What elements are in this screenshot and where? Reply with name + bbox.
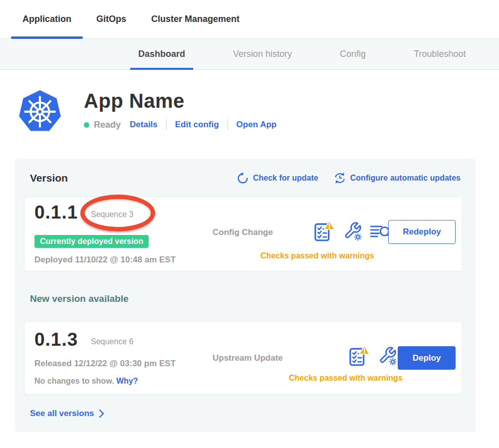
preflight-checks-icon[interactable]: [313, 220, 335, 242]
current-version-card: 0.1.1 Sequence 3 Currently deployed vers…: [24, 197, 463, 271]
version-panel-actions: Check for update Configure automatic upd…: [237, 172, 461, 185]
redeploy-button[interactable]: Redeploy: [388, 220, 456, 244]
divider: [166, 119, 167, 130]
app-sub-nav: Dashboard Version history Config Trouble…: [0, 39, 499, 70]
preflight-checks-icon[interactable]: [348, 345, 370, 367]
view-files-icon[interactable]: [370, 223, 391, 239]
version-source-label: Upstream Update: [213, 353, 283, 363]
no-changes-label: No changes to show.: [34, 377, 114, 385]
edit-config-link[interactable]: Edit config: [175, 120, 219, 130]
tab-version-history[interactable]: Version history: [233, 39, 292, 70]
available-version-number: 0.1.3: [34, 329, 78, 350]
released-timestamp: Released 12/12/22 @ 03:30 pm EST: [34, 359, 176, 369]
version-panel-header: Version Check for update Configure autom…: [24, 172, 467, 185]
checks-status-link[interactable]: Checks passed with warnings: [289, 374, 403, 383]
available-version-card: 0.1.3 Sequence 6 Released 12/12/22 @ 03:…: [24, 321, 463, 395]
deployed-timestamp: Deployed 11/10/22 @ 10:48 am EST: [34, 255, 176, 265]
check-for-update-label: Check for update: [253, 174, 318, 183]
refresh-icon: [237, 172, 249, 185]
version-source-label: Config Change: [213, 227, 273, 237]
chevron-right-icon: [99, 409, 104, 418]
see-all-versions-link[interactable]: See all versions: [30, 409, 467, 419]
page-title: App Name: [84, 90, 276, 112]
configure-auto-updates-label: Configure automatic updates: [350, 174, 461, 183]
current-version-sequence: Sequence 3: [91, 210, 133, 219]
tab-cluster-management[interactable]: Cluster Management: [151, 0, 240, 39]
checks-status-link[interactable]: Checks passed with warnings: [260, 251, 374, 260]
version-panel: Version Check for update Configure autom…: [15, 159, 476, 432]
app-header-text: App Name Ready Details Edit config Open …: [84, 89, 276, 134]
see-all-versions-label: See all versions: [30, 409, 94, 419]
configure-auto-updates-button[interactable]: Configure automatic updates: [333, 172, 461, 185]
status-badge: Ready: [94, 120, 121, 130]
tab-gitops[interactable]: GitOps: [96, 0, 126, 39]
primary-nav: Application GitOps Cluster Management: [0, 0, 499, 39]
edit-config-icon[interactable]: [377, 345, 397, 366]
version-panel-title: Version: [30, 172, 68, 184]
new-version-heading: New version available: [30, 293, 467, 304]
auto-update-icon: [333, 172, 346, 185]
current-version-number: 0.1.1: [34, 202, 78, 223]
status-row: Ready Details Edit config Open App: [84, 119, 276, 130]
version-action-icons: [313, 220, 391, 242]
tab-dashboard[interactable]: Dashboard: [138, 39, 185, 70]
deploy-button[interactable]: Deploy: [398, 346, 456, 370]
why-link[interactable]: Why?: [116, 377, 138, 385]
no-changes-text: No changes to show. Why?: [34, 377, 138, 386]
check-for-update-button[interactable]: Check for update: [237, 172, 318, 185]
status-dot-icon: [84, 122, 89, 128]
app-header: App Name Ready Details Edit config Open …: [0, 70, 499, 134]
version-action-icons: [348, 345, 397, 367]
available-version-sequence: Sequence 6: [91, 337, 133, 346]
open-app-link[interactable]: Open App: [237, 120, 277, 130]
kubernetes-logo-icon: [18, 89, 62, 134]
tab-troubleshoot[interactable]: Troubleshoot: [414, 39, 466, 70]
tab-application[interactable]: Application: [22, 0, 71, 39]
deployed-badge: Currently deployed version: [34, 235, 149, 248]
edit-config-icon[interactable]: [342, 221, 362, 241]
details-link[interactable]: Details: [130, 120, 158, 130]
tab-config[interactable]: Config: [340, 39, 366, 70]
divider: [228, 119, 228, 130]
